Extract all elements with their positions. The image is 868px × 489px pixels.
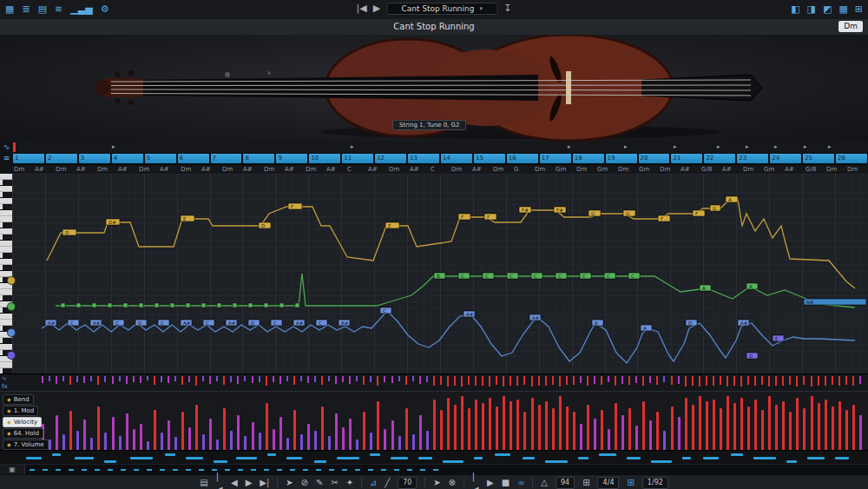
note-block[interactable]: G: [589, 210, 601, 216]
black-key[interactable]: [0, 180, 12, 186]
velocity-bar[interactable]: [649, 420, 652, 450]
overview-note[interactable]: [495, 453, 510, 456]
note-block[interactable]: A#: [226, 320, 237, 326]
overview-note[interactable]: [807, 457, 825, 459]
velocity-bar[interactable]: [356, 439, 358, 450]
panel-right-icon[interactable]: ◩: [823, 3, 832, 16]
note-block[interactable]: C: [68, 320, 79, 326]
velocity-bar[interactable]: [832, 406, 834, 450]
velocity-bar[interactable]: [279, 417, 282, 450]
white-key[interactable]: [0, 362, 12, 368]
note-block[interactable]: C: [531, 273, 542, 279]
mute-tool-icon[interactable]: ⊘: [301, 476, 308, 489]
overview-note[interactable]: [286, 457, 302, 459]
measure-segment[interactable]: 13: [408, 154, 439, 163]
black-key[interactable]: [0, 295, 12, 301]
automation-lane-64-hold[interactable]: ◆64. Hold: [3, 428, 43, 439]
measure-segment[interactable]: 6: [178, 154, 209, 163]
white-key[interactable]: [0, 174, 12, 180]
velocity-bar[interactable]: [195, 405, 198, 450]
velocity-bar[interactable]: [566, 406, 569, 450]
overview-note[interactable]: [599, 453, 616, 456]
rtz-icon[interactable]: |◀: [472, 470, 479, 489]
playhead-marker[interactable]: [13, 142, 16, 152]
automation-lane-1-mod[interactable]: ◆1. Mod: [3, 406, 38, 416]
automation-lane-velocity[interactable]: ◆Velocity: [3, 417, 42, 427]
white-key[interactable]: [0, 320, 12, 326]
pitch-curves[interactable]: DD#EDFEFFF#F#GGFFGABCCCCCCCCAAA#CA#CDCA#…: [12, 174, 868, 373]
go-end-icon[interactable]: ▶|: [260, 476, 269, 489]
overview-note[interactable]: [753, 457, 776, 459]
ruler-marker[interactable]: ▸: [674, 143, 677, 150]
velocity-bar[interactable]: [377, 401, 379, 450]
ruler-marker[interactable]: ▸: [774, 143, 778, 150]
velocity-bar[interactable]: [580, 424, 582, 450]
velocity-bar[interactable]: [112, 417, 115, 450]
velocity-bar[interactable]: [349, 419, 352, 450]
stop-icon[interactable]: ■: [502, 476, 510, 489]
green-note-square[interactable]: [108, 303, 112, 307]
automation-lane-7-volume[interactable]: ◆7. Volume: [3, 439, 49, 450]
green-note-square[interactable]: [279, 303, 284, 307]
velocity-bar[interactable]: [789, 412, 792, 450]
velocity-bar[interactable]: [244, 436, 247, 450]
overview-note[interactable]: [165, 453, 175, 456]
note-block[interactable]: A#: [45, 320, 56, 326]
velocity-bar[interactable]: [161, 433, 163, 450]
velocity-bar[interactable]: [838, 401, 841, 450]
overview-note[interactable]: [314, 460, 326, 463]
green-note-square[interactable]: [76, 303, 81, 307]
piano-keyboard[interactable]: [0, 174, 12, 373]
nudge-icon[interactable]: ➤: [433, 476, 440, 489]
overview-note[interactable]: [130, 457, 153, 459]
score-view-icon[interactable]: ≣: [22, 3, 30, 16]
list-view-icon[interactable]: ▤: [38, 3, 47, 16]
velocity-bar[interactable]: [104, 433, 107, 450]
velocity-bar[interactable]: [90, 438, 93, 450]
velocity-bar[interactable]: [412, 434, 415, 450]
measure-segment[interactable]: 23: [737, 154, 768, 163]
velocity-bar[interactable]: [601, 410, 603, 450]
arrange-icon[interactable]: ▤: [200, 476, 207, 489]
measure-segment[interactable]: 20: [639, 154, 670, 163]
note-block[interactable]: C: [316, 320, 327, 326]
key-badge[interactable]: Dm: [838, 21, 863, 32]
velocity-bar[interactable]: [314, 431, 317, 450]
overview-note[interactable]: [786, 460, 797, 463]
overview-note[interactable]: [236, 457, 257, 459]
note-block[interactable]: A: [746, 283, 758, 289]
velocity-bar[interactable]: [97, 406, 100, 450]
measure-segment[interactable]: 18: [573, 154, 604, 163]
note-block[interactable]: F: [693, 210, 705, 216]
velocity-bar[interactable]: [181, 412, 184, 450]
note-block[interactable]: C: [113, 320, 124, 326]
overview-note[interactable]: [474, 457, 483, 459]
overview-note[interactable]: [370, 453, 380, 456]
velocity-bar[interactable]: [720, 408, 722, 450]
note-block[interactable]: F: [658, 215, 670, 221]
velocity-bar[interactable]: [384, 429, 386, 450]
play-icon[interactable]: ▶: [487, 476, 494, 489]
velocity-bar[interactable]: [754, 400, 757, 450]
white-key[interactable]: [0, 259, 12, 265]
note-block[interactable]: F: [458, 214, 470, 220]
green-note-square[interactable]: [233, 303, 237, 307]
overview-note[interactable]: [731, 453, 743, 456]
velocity-bar[interactable]: [615, 403, 617, 450]
ruler-marker[interactable]: ▸: [717, 143, 720, 150]
note-block[interactable]: D: [62, 229, 76, 235]
white-key[interactable]: [0, 314, 12, 320]
measure-segment[interactable]: 3: [79, 154, 110, 163]
overview-note[interactable]: [267, 453, 276, 456]
erase-icon[interactable]: ⊗: [449, 476, 456, 489]
measure-segment[interactable]: 7: [211, 154, 242, 163]
ruler-marker[interactable]: ▸: [828, 143, 832, 150]
velocity-bar[interactable]: [266, 403, 268, 450]
velocity-bar[interactable]: [83, 420, 86, 450]
note-block[interactable]: E: [773, 335, 784, 341]
panel-bottom-icon[interactable]: ◨: [807, 3, 816, 16]
note-block[interactable]: F#: [519, 207, 531, 213]
velocity-bar[interactable]: [706, 401, 708, 450]
yellow-pitch-curve[interactable]: [47, 200, 855, 288]
velocity-bar[interactable]: [768, 396, 771, 450]
